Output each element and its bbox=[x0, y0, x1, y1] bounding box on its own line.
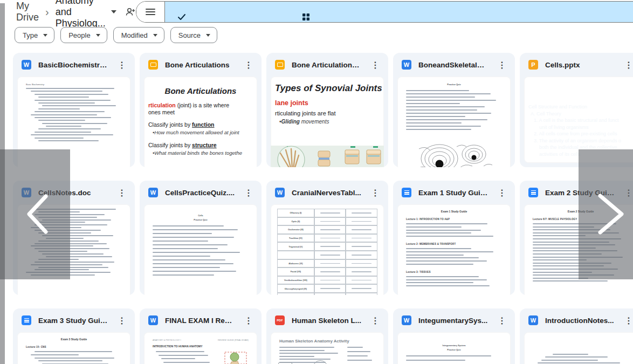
thumb-header-row: ANATOMY & PHYSIOLOGY I REVIEW GUIDE (FIN… bbox=[153, 339, 249, 341]
more-options-icon[interactable]: ⋮ bbox=[115, 188, 128, 198]
table-cell bbox=[314, 234, 346, 243]
toolbar-right bbox=[136, 1, 633, 23]
more-options-icon[interactable]: ⋮ bbox=[622, 315, 633, 326]
file-card-cellspracticequiz[interactable]: W CellsPracticeQuiz.... ⋮ Cells Practice… bbox=[140, 181, 262, 295]
more-options-icon[interactable]: ⋮ bbox=[496, 315, 508, 326]
filter-chip-people[interactable]: People bbox=[60, 27, 107, 43]
text-line-placeholder bbox=[38, 140, 99, 141]
more-options-icon[interactable]: ⋮ bbox=[115, 60, 128, 70]
text-line-placeholder bbox=[406, 103, 460, 104]
powerpoint-file-icon: P bbox=[528, 60, 538, 70]
text-line-placeholder bbox=[406, 226, 462, 228]
file-name: Cells.pptx bbox=[545, 61, 615, 69]
text-line-placeholder bbox=[153, 237, 234, 238]
thumb-heading: Cells bbox=[153, 214, 249, 217]
filter-chips-row: Type People Modified Source bbox=[15, 27, 633, 43]
more-options-icon[interactable]: ⋮ bbox=[369, 188, 382, 198]
text-line-placeholder bbox=[35, 132, 91, 133]
text-line-placeholder bbox=[35, 138, 84, 139]
filter-chip-modified[interactable]: Modified bbox=[113, 27, 164, 43]
grid-view-button[interactable] bbox=[164, 2, 633, 22]
table-cell bbox=[346, 225, 377, 234]
folder-actions-caret-icon[interactable] bbox=[111, 10, 116, 13]
thumb-heading: INTRODUCTION TO HUMAN ANATOMY bbox=[153, 345, 249, 348]
carousel-next-overlay[interactable] bbox=[579, 149, 633, 279]
breadcrumb-current-folder[interactable]: Anatomy and Physiolog... bbox=[56, 0, 106, 29]
thumb-heading: Exam 1 Study Guide bbox=[406, 210, 502, 213]
chip-label: People bbox=[68, 31, 90, 39]
file-card-final-exam-review[interactable]: W FINAL EXAM I Revi... ⋮ ANATOMY & PHYSI… bbox=[140, 308, 262, 364]
human-figure-diagram bbox=[222, 351, 249, 364]
filter-chip-source[interactable]: Source bbox=[170, 27, 217, 43]
table-cell bbox=[314, 276, 346, 285]
table-cell bbox=[346, 293, 377, 295]
check-icon bbox=[178, 14, 185, 20]
file-card-bone-articulations[interactable]: Bone Articulations ⋮ Bone Articulations … bbox=[140, 53, 262, 167]
file-thumbnail: Human Skeleton Anatomy Activity bbox=[271, 332, 384, 364]
file-name: Bone Articulations bbox=[165, 61, 235, 69]
text-line-placeholder bbox=[406, 282, 473, 283]
text-line-placeholder bbox=[31, 134, 113, 135]
list-view-button[interactable] bbox=[136, 2, 164, 22]
slide-text: ones meet bbox=[148, 109, 253, 116]
more-options-icon[interactable]: ⋮ bbox=[369, 60, 382, 70]
table-row-label: Facial (VII) bbox=[277, 267, 314, 276]
more-options-icon[interactable]: ⋮ bbox=[242, 315, 255, 326]
filter-chip-type[interactable]: Type bbox=[15, 27, 54, 43]
table-row-label: Vagus (X) bbox=[277, 293, 314, 295]
thumb-heading: Exam 3 Study Guide bbox=[26, 338, 122, 341]
text-line-placeholder bbox=[406, 264, 473, 265]
text-line-placeholder bbox=[352, 229, 371, 230]
text-line-placeholder bbox=[38, 128, 101, 129]
slide-text: A. Cell Theory bbox=[531, 111, 633, 118]
text-line-placeholder bbox=[38, 97, 89, 98]
file-card-boneandskeletalti[interactable]: W BoneandSkeletalTi... ⋮ Practice Quiz bbox=[393, 53, 515, 167]
text-line-placeholder bbox=[153, 229, 238, 230]
more-options-icon[interactable]: ⋮ bbox=[115, 315, 128, 326]
slide-text: 3. The activity of an organism depends o bbox=[534, 138, 633, 145]
more-options-icon[interactable]: ⋮ bbox=[622, 60, 633, 70]
table-row-label: Abducens (VI) bbox=[277, 259, 314, 268]
breadcrumb-my-drive[interactable]: My Drive bbox=[16, 1, 39, 23]
text-line-placeholder bbox=[161, 358, 196, 359]
table-row-label bbox=[277, 251, 314, 259]
more-options-icon[interactable]: ⋮ bbox=[496, 188, 508, 198]
more-options-icon[interactable]: ⋮ bbox=[242, 188, 255, 198]
more-options-icon[interactable]: ⋮ bbox=[496, 60, 508, 70]
more-options-icon[interactable]: ⋮ bbox=[369, 315, 382, 326]
file-card-human-skeleton[interactable]: PDF Human Skeleton L... ⋮ Human Skeleton… bbox=[266, 308, 388, 364]
text-line-placeholder bbox=[153, 241, 208, 242]
file-card-exam3-study-guide[interactable]: Exam 3 Study Guide ⋮ Exam 3 Study Guide … bbox=[13, 308, 135, 364]
slide-text: lane joints bbox=[275, 99, 380, 107]
text-line-placeholder bbox=[533, 235, 586, 236]
text-line-placeholder bbox=[26, 88, 114, 89]
file-thumbnail: Practice Quiz bbox=[397, 77, 511, 167]
text-line-placeholder bbox=[352, 246, 371, 247]
table-cell bbox=[346, 209, 377, 217]
text-line-placeholder bbox=[279, 347, 334, 348]
file-card-cranialnervestable[interactable]: W CranialNervesTabl... ⋮ Olfactory (I)Op… bbox=[266, 181, 388, 295]
file-card-introductionnotes[interactable]: W IntroductionNotes... ⋮ bbox=[520, 308, 633, 364]
text-line-placeholder bbox=[320, 280, 340, 281]
chevron-down-icon bbox=[96, 34, 100, 37]
text-line-placeholder bbox=[406, 122, 462, 123]
more-options-icon[interactable]: ⋮ bbox=[242, 60, 255, 70]
file-card-bone-articulations-2[interactable]: Bone Articulations... ⋮ Types of Synovia… bbox=[266, 53, 388, 167]
text-line-placeholder bbox=[406, 279, 487, 280]
text-line-placeholder bbox=[406, 223, 487, 224]
carousel-previous-overlay[interactable] bbox=[0, 149, 70, 279]
section-heading: Lecture 2: MEMBRANES & TRANSPORT bbox=[406, 243, 502, 245]
file-card-exam1-study-guide[interactable]: Exam 1 Study Guide ⋮ Exam 1 Study Guide … bbox=[393, 181, 515, 295]
table-cell bbox=[314, 284, 346, 293]
shared-folder-icon[interactable] bbox=[125, 7, 136, 17]
text-line-placeholder bbox=[406, 248, 471, 249]
text-line-placeholder bbox=[153, 252, 240, 253]
section-heading: Lecture 3: TISSUES bbox=[406, 271, 502, 273]
table-cell bbox=[314, 217, 346, 226]
text-line-placeholder bbox=[406, 126, 481, 127]
layout-toggle bbox=[136, 1, 633, 23]
file-thumbnail: ANATOMY & PHYSIOLOGY I REVIEW GUIDE (FIN… bbox=[144, 332, 257, 364]
text-line-placeholder bbox=[347, 347, 363, 348]
file-card-integumentarysys[interactable]: W IntegumentarySys... ⋮ Integumentary Sy… bbox=[393, 308, 515, 364]
synovial-joints-figure bbox=[271, 142, 384, 167]
